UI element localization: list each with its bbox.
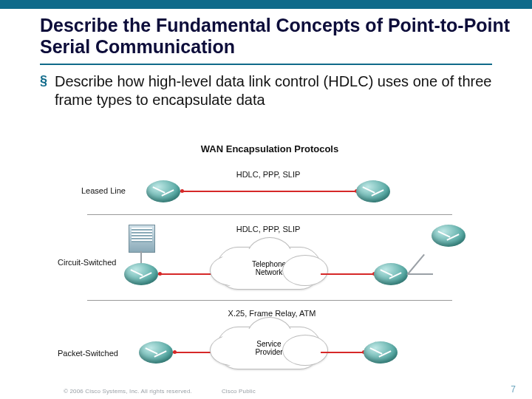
wire	[406, 254, 425, 276]
router-icon	[146, 180, 180, 202]
separator	[87, 300, 452, 301]
bullet-text: Describe how high-level data link contro…	[55, 72, 492, 109]
wire	[158, 273, 217, 275]
bullet-item: § Describe how high-level data link cont…	[0, 72, 532, 115]
row-label-leased: Leased Line	[81, 186, 126, 195]
router-icon	[364, 341, 398, 364]
wire	[321, 352, 365, 353]
proto-leased: HDLC, PPP, SLIP	[213, 170, 324, 179]
pbx-icon	[129, 225, 155, 253]
router-icon	[124, 263, 158, 285]
cloud-icon: Service Provider	[216, 327, 321, 369]
cloud-icon: Telephone Network	[216, 247, 321, 290]
cloud-label-service: Service Provider	[217, 340, 321, 356]
title-rule	[40, 64, 492, 65]
router-icon	[356, 180, 390, 202]
diagram: WAN Encapsulation Protocols Leased Line …	[87, 143, 452, 369]
wire	[321, 273, 375, 275]
router-icon	[139, 341, 173, 364]
wire	[408, 273, 433, 275]
cloud-label-telephone: Telephone Network	[217, 260, 321, 276]
slide-title: Describe the Fundamental Concepts of Poi…	[0, 9, 532, 61]
router-icon	[432, 225, 466, 247]
row-label-packet: Packet-Switched	[58, 349, 118, 358]
footer: © 2006 Cisco Systems, Inc. All rights re…	[0, 384, 532, 395]
top-accent-bar	[0, 0, 532, 9]
bullet-icon: §	[40, 72, 47, 109]
diagram-title: WAN Encapsulation Protocols	[87, 143, 452, 154]
router-icon	[374, 263, 408, 285]
page-number: 7	[511, 384, 516, 395]
connector-dot	[158, 272, 162, 276]
connector-dot	[180, 189, 184, 193]
wire	[180, 191, 358, 192]
proto-circuit: HDLC, PPP, SLIP	[213, 225, 324, 233]
row-label-circuit: Circuit-Switched	[58, 258, 116, 267]
separator	[87, 214, 452, 215]
footer-copyright: © 2006 Cisco Systems, Inc. All rights re…	[64, 388, 192, 395]
connector-dot	[173, 350, 177, 354]
footer-classification: Cisco Public	[222, 388, 256, 395]
